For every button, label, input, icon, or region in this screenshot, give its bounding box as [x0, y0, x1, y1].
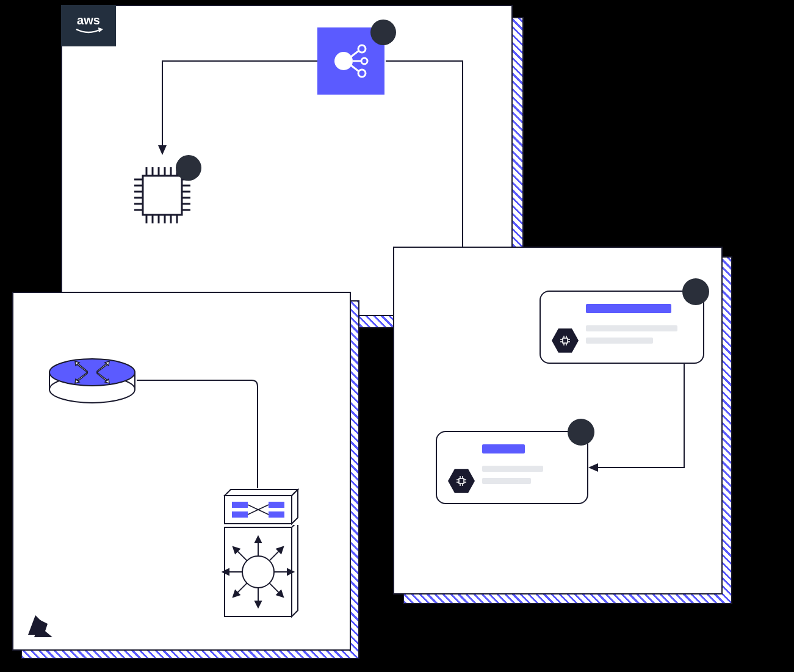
share-node-dot: [370, 20, 396, 45]
bottom-left-panel: [12, 292, 351, 651]
svg-rect-58: [269, 502, 284, 508]
card-1-line-2: [586, 338, 653, 344]
svg-point-64: [242, 556, 274, 588]
card-1-line-1: [586, 325, 677, 331]
svg-line-7: [351, 51, 359, 57]
card-1-title: [586, 304, 671, 313]
svg-point-3: [334, 52, 353, 70]
info-card-2: [436, 431, 588, 504]
svg-marker-78: [223, 569, 229, 575]
card-2-title: [482, 444, 525, 453]
svg-rect-57: [232, 502, 248, 508]
svg-point-5: [361, 58, 367, 64]
right-panel: [393, 247, 723, 594]
network-switch-icon: [220, 488, 299, 526]
chip-hex-icon: [448, 468, 475, 494]
card-2-line-1: [482, 466, 543, 472]
info-card-1: [540, 291, 704, 364]
svg-marker-1: [158, 145, 167, 155]
svg-point-55: [49, 359, 135, 386]
svg-rect-45: [459, 479, 464, 483]
cpu-chip-dot: [176, 155, 201, 181]
router-disc-icon: [46, 347, 138, 408]
chip-hex-icon: [552, 327, 579, 354]
svg-rect-10: [143, 176, 182, 215]
svg-line-9: [351, 65, 359, 71]
svg-rect-59: [232, 511, 248, 518]
card-2-line-2: [482, 478, 531, 484]
azure-badge-icon: [26, 613, 55, 640]
svg-marker-35: [588, 463, 598, 472]
svg-rect-60: [269, 511, 284, 518]
hub-star-icon: [220, 525, 299, 620]
svg-rect-36: [563, 338, 568, 343]
card-1-dot: [682, 278, 709, 305]
card-2-dot: [568, 419, 594, 446]
